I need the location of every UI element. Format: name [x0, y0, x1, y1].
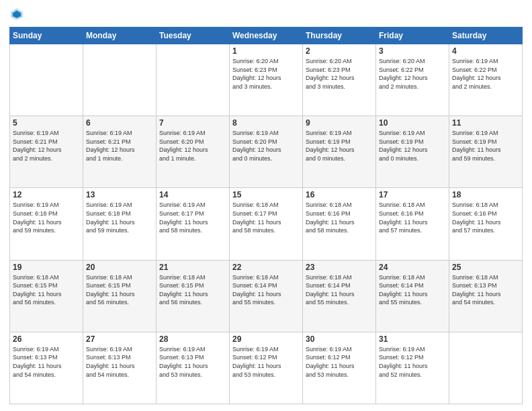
weekday-header-tuesday: Tuesday — [157, 28, 230, 44]
day-number: 7 — [159, 118, 226, 128]
cell-info: Sunrise: 6:18 AM Sunset: 6:17 PM Dayligh… — [232, 201, 300, 234]
cell-info: Sunrise: 6:18 AM Sunset: 6:16 PM Dayligh… — [306, 201, 373, 234]
cell-info: Sunrise: 6:19 AM Sunset: 6:12 PM Dayligh… — [232, 345, 300, 379]
weekday-header-saturday: Saturday — [449, 28, 523, 44]
day-number: 31 — [379, 334, 446, 344]
logo — [9, 7, 27, 21]
calendar-week-4: 19Sunrise: 6:18 AM Sunset: 6:15 PM Dayli… — [10, 260, 523, 332]
calendar-cell: 4Sunrise: 6:19 AM Sunset: 6:22 PM Daylig… — [449, 44, 523, 116]
cell-info: Sunrise: 6:20 AM Sunset: 6:22 PM Dayligh… — [379, 57, 446, 91]
day-number: 4 — [452, 46, 519, 56]
calendar-cell — [83, 44, 157, 116]
weekday-header-row: SundayMondayTuesdayWednesdayThursdayFrid… — [10, 28, 523, 44]
cell-info: Sunrise: 6:19 AM Sunset: 6:17 PM Dayligh… — [159, 201, 226, 234]
cell-info: Sunrise: 6:18 AM Sunset: 6:15 PM Dayligh… — [86, 273, 153, 307]
logo-icon — [9, 7, 24, 21]
calendar: SundayMondayTuesdayWednesdayThursdayFrid… — [9, 27, 523, 404]
day-number: 19 — [13, 263, 80, 272]
calendar-cell — [157, 44, 230, 116]
day-number: 13 — [86, 190, 153, 199]
calendar-cell: 16Sunrise: 6:18 AM Sunset: 6:16 PM Dayli… — [303, 188, 376, 260]
calendar-cell: 29Sunrise: 6:19 AM Sunset: 6:12 PM Dayli… — [230, 332, 303, 404]
cell-info: Sunrise: 6:19 AM Sunset: 6:13 PM Dayligh… — [13, 345, 80, 379]
day-number: 1 — [232, 46, 300, 56]
day-number: 2 — [306, 46, 373, 56]
cell-info: Sunrise: 6:20 AM Sunset: 6:23 PM Dayligh… — [306, 57, 373, 91]
calendar-cell: 12Sunrise: 6:19 AM Sunset: 6:18 PM Dayli… — [10, 188, 83, 260]
day-number: 22 — [232, 263, 300, 272]
day-number: 26 — [13, 334, 80, 344]
weekday-header-friday: Friday — [376, 28, 449, 44]
day-number: 12 — [13, 190, 80, 199]
cell-info: Sunrise: 6:19 AM Sunset: 6:19 PM Dayligh… — [452, 129, 519, 163]
day-number: 6 — [86, 118, 153, 128]
calendar-cell: 20Sunrise: 6:18 AM Sunset: 6:15 PM Dayli… — [83, 260, 157, 332]
calendar-cell: 25Sunrise: 6:18 AM Sunset: 6:13 PM Dayli… — [449, 260, 523, 332]
day-number: 5 — [13, 118, 80, 128]
cell-info: Sunrise: 6:19 AM Sunset: 6:21 PM Dayligh… — [86, 129, 153, 163]
calendar-week-2: 5Sunrise: 6:19 AM Sunset: 6:21 PM Daylig… — [10, 116, 523, 188]
calendar-week-3: 12Sunrise: 6:19 AM Sunset: 6:18 PM Dayli… — [10, 188, 523, 260]
day-number: 21 — [159, 263, 226, 272]
day-number: 27 — [86, 334, 153, 344]
weekday-header-monday: Monday — [83, 28, 157, 44]
cell-info: Sunrise: 6:19 AM Sunset: 6:12 PM Dayligh… — [379, 345, 446, 379]
day-number: 18 — [452, 190, 519, 199]
weekday-header-sunday: Sunday — [10, 28, 83, 44]
cell-info: Sunrise: 6:19 AM Sunset: 6:22 PM Dayligh… — [452, 57, 519, 91]
calendar-cell — [449, 332, 523, 404]
calendar-week-5: 26Sunrise: 6:19 AM Sunset: 6:13 PM Dayli… — [10, 332, 523, 404]
cell-info: Sunrise: 6:19 AM Sunset: 6:18 PM Dayligh… — [13, 201, 80, 234]
cell-info: Sunrise: 6:19 AM Sunset: 6:19 PM Dayligh… — [379, 129, 446, 163]
calendar-cell: 24Sunrise: 6:18 AM Sunset: 6:14 PM Dayli… — [376, 260, 449, 332]
day-number: 30 — [306, 334, 373, 344]
calendar-cell: 11Sunrise: 6:19 AM Sunset: 6:19 PM Dayli… — [449, 116, 523, 188]
calendar-cell: 7Sunrise: 6:19 AM Sunset: 6:20 PM Daylig… — [157, 116, 230, 188]
calendar-cell: 27Sunrise: 6:19 AM Sunset: 6:13 PM Dayli… — [83, 332, 157, 404]
cell-info: Sunrise: 6:18 AM Sunset: 6:14 PM Dayligh… — [379, 273, 446, 307]
day-number: 16 — [306, 190, 373, 199]
calendar-week-1: 1Sunrise: 6:20 AM Sunset: 6:23 PM Daylig… — [10, 44, 523, 116]
calendar-cell: 13Sunrise: 6:19 AM Sunset: 6:18 PM Dayli… — [83, 188, 157, 260]
cell-info: Sunrise: 6:18 AM Sunset: 6:16 PM Dayligh… — [379, 201, 446, 234]
cell-info: Sunrise: 6:18 AM Sunset: 6:16 PM Dayligh… — [452, 201, 519, 234]
cell-info: Sunrise: 6:20 AM Sunset: 6:23 PM Dayligh… — [232, 57, 300, 91]
calendar-cell: 10Sunrise: 6:19 AM Sunset: 6:19 PM Dayli… — [376, 116, 449, 188]
cell-info: Sunrise: 6:19 AM Sunset: 6:13 PM Dayligh… — [159, 345, 226, 379]
cell-info: Sunrise: 6:19 AM Sunset: 6:18 PM Dayligh… — [86, 201, 153, 234]
calendar-cell: 5Sunrise: 6:19 AM Sunset: 6:21 PM Daylig… — [10, 116, 83, 188]
day-number: 9 — [306, 118, 373, 128]
cell-info: Sunrise: 6:18 AM Sunset: 6:13 PM Dayligh… — [452, 273, 519, 307]
day-number: 3 — [379, 46, 446, 56]
day-number: 29 — [232, 334, 300, 344]
day-number: 28 — [159, 334, 226, 344]
cell-info: Sunrise: 6:19 AM Sunset: 6:13 PM Dayligh… — [86, 345, 153, 379]
calendar-cell: 31Sunrise: 6:19 AM Sunset: 6:12 PM Dayli… — [376, 332, 449, 404]
cell-info: Sunrise: 6:19 AM Sunset: 6:21 PM Dayligh… — [13, 129, 80, 163]
day-number: 24 — [379, 263, 446, 272]
cell-info: Sunrise: 6:18 AM Sunset: 6:14 PM Dayligh… — [232, 273, 300, 307]
calendar-cell: 18Sunrise: 6:18 AM Sunset: 6:16 PM Dayli… — [449, 188, 523, 260]
cell-info: Sunrise: 6:19 AM Sunset: 6:20 PM Dayligh… — [159, 129, 226, 163]
calendar-cell: 26Sunrise: 6:19 AM Sunset: 6:13 PM Dayli… — [10, 332, 83, 404]
weekday-header-wednesday: Wednesday — [230, 28, 303, 44]
cell-info: Sunrise: 6:19 AM Sunset: 6:19 PM Dayligh… — [306, 129, 373, 163]
calendar-cell: 17Sunrise: 6:18 AM Sunset: 6:16 PM Dayli… — [376, 188, 449, 260]
day-number: 14 — [159, 190, 226, 199]
calendar-cell: 21Sunrise: 6:18 AM Sunset: 6:15 PM Dayli… — [157, 260, 230, 332]
calendar-cell: 22Sunrise: 6:18 AM Sunset: 6:14 PM Dayli… — [230, 260, 303, 332]
day-number: 10 — [379, 118, 446, 128]
day-number: 11 — [452, 118, 519, 128]
calendar-cell: 28Sunrise: 6:19 AM Sunset: 6:13 PM Dayli… — [157, 332, 230, 404]
day-number: 15 — [232, 190, 300, 199]
calendar-cell: 8Sunrise: 6:19 AM Sunset: 6:20 PM Daylig… — [230, 116, 303, 188]
calendar-cell: 14Sunrise: 6:19 AM Sunset: 6:17 PM Dayli… — [157, 188, 230, 260]
cell-info: Sunrise: 6:19 AM Sunset: 6:12 PM Dayligh… — [306, 345, 373, 379]
cell-info: Sunrise: 6:18 AM Sunset: 6:15 PM Dayligh… — [159, 273, 226, 307]
calendar-cell: 23Sunrise: 6:18 AM Sunset: 6:14 PM Dayli… — [303, 260, 376, 332]
calendar-cell: 15Sunrise: 6:18 AM Sunset: 6:17 PM Dayli… — [230, 188, 303, 260]
calendar-cell: 3Sunrise: 6:20 AM Sunset: 6:22 PM Daylig… — [376, 44, 449, 116]
calendar-cell: 1Sunrise: 6:20 AM Sunset: 6:23 PM Daylig… — [230, 44, 303, 116]
header — [9, 7, 523, 21]
weekday-header-thursday: Thursday — [303, 28, 376, 44]
